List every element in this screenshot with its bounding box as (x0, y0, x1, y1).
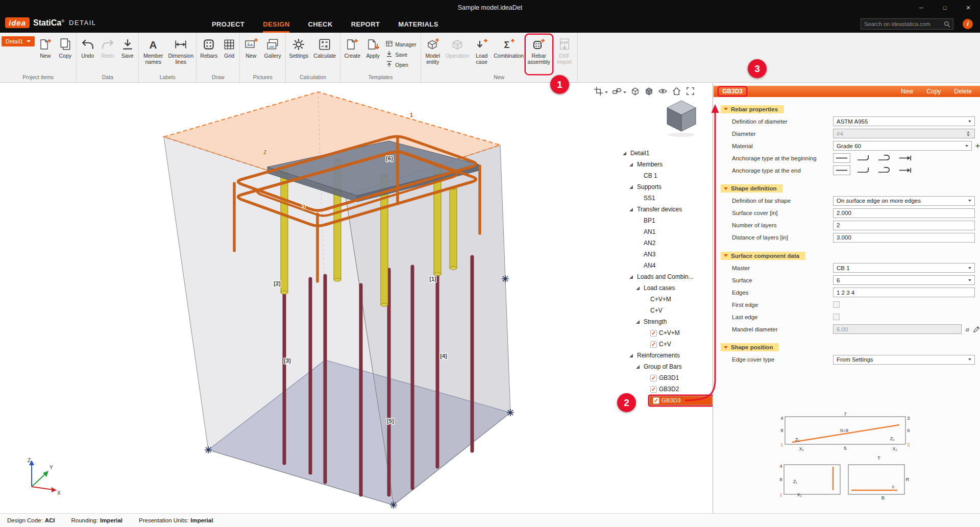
expander-icon[interactable] (636, 286, 642, 290)
checkbox-checked-icon[interactable]: ✓ (650, 386, 657, 393)
search-box[interactable] (861, 18, 953, 30)
tree-item-an1[interactable]: AN1 (622, 226, 713, 237)
save-button[interactable]: Save (118, 35, 137, 74)
section-header-rebar-properties[interactable]: Rebar properties (721, 105, 784, 113)
wire-cube-icon[interactable] (630, 86, 640, 98)
checkbox-checked-icon[interactable]: ✓ (653, 397, 659, 404)
apply-button[interactable]: Apply (363, 35, 382, 74)
tree-item-an2[interactable]: AN2 (622, 237, 713, 249)
tree-item-c-v[interactable]: ✓C+V (622, 339, 713, 350)
link-icon[interactable] (612, 86, 626, 98)
material-select[interactable]: Grade 60 (833, 141, 972, 151)
anchorage-hook-180-icon[interactable] (876, 166, 892, 175)
number-of-layers-input[interactable]: 2 (833, 221, 975, 230)
section-header-surface-component-data[interactable]: Surface component data (721, 252, 805, 260)
tree-item-c-v-m[interactable]: ✓C+V+M (622, 327, 713, 339)
tree-item-gb3d2[interactable]: ✓GB3D2 (622, 384, 713, 395)
combination-button[interactable]: ΣCombination (493, 35, 525, 74)
delete-button[interactable]: Delete (954, 88, 972, 95)
last-edge-checkbox[interactable] (833, 314, 840, 320)
first-edge-checkbox[interactable] (833, 301, 840, 308)
tree-item-reinforcements[interactable]: Reinforcements (622, 350, 713, 361)
distance-of-layers-in-input[interactable]: 3.000 (833, 233, 975, 243)
tree-item-supports[interactable]: Supports (622, 181, 713, 193)
expander-icon[interactable] (629, 208, 635, 211)
gallery-button[interactable]: Gallery (261, 35, 284, 74)
anchorage-straight-icon[interactable] (833, 153, 850, 163)
tree-item-an3[interactable]: AN3 (622, 249, 713, 260)
tab-check[interactable]: CHECK (308, 15, 332, 33)
save-button[interactable]: Save (386, 51, 416, 58)
master-select[interactable]: CB 1 (833, 263, 975, 273)
tab-project[interactable]: PROJECT (212, 15, 244, 33)
tree-item-detail1[interactable]: Detail1 (622, 148, 713, 159)
anchorage-hook-90-icon[interactable] (855, 166, 871, 175)
anchorage-headed-icon[interactable] (897, 166, 913, 175)
expander-icon[interactable] (623, 152, 628, 155)
surface-cover-in-input[interactable]: 2.000 (833, 208, 975, 218)
open-button[interactable]: Open (386, 61, 416, 68)
spinner-arrows-icon[interactable] (965, 129, 971, 138)
anchorage-headed-icon[interactable] (897, 154, 913, 162)
info-icon[interactable]: i (963, 19, 973, 29)
tab-report[interactable]: REPORT (351, 15, 380, 33)
anchorage-hook-90-icon[interactable] (855, 154, 871, 162)
tab-materials[interactable]: MATERIALS (398, 15, 438, 33)
expander-icon[interactable] (636, 365, 642, 369)
tree-item-members[interactable]: Members (622, 159, 713, 170)
solid-cube-icon[interactable] (644, 86, 654, 98)
definition-of-diameter-select[interactable]: ASTM A955 (833, 116, 975, 126)
rebars-button[interactable]: Rebars (198, 35, 219, 74)
calculate-button[interactable]: Calculate (311, 35, 338, 74)
member-names-button[interactable]: AMember names (140, 35, 166, 74)
expander-icon[interactable] (629, 354, 635, 357)
tree-item-ss1[interactable]: SS1 (622, 193, 713, 204)
rebar-assembly-button[interactable]: Rebar assembly (526, 35, 552, 74)
expander-icon[interactable] (636, 320, 642, 324)
new-button[interactable]: New (901, 88, 913, 95)
expander-icon[interactable] (629, 163, 635, 166)
add-material-icon[interactable]: + (975, 142, 980, 150)
expander-icon[interactable] (629, 275, 635, 279)
tree-item-load-cases[interactable]: Load cases (622, 282, 713, 294)
tree-item-loads-and-combin[interactable]: Loads and Combin... (622, 271, 713, 282)
new-button[interactable]: New (36, 35, 55, 74)
tree-item-cb-1[interactable]: CB 1 (622, 170, 713, 181)
tree-item-an4[interactable]: AN4 (622, 260, 713, 271)
edit-pencil-icon[interactable] (973, 326, 980, 333)
maximize-icon[interactable]: □ (933, 0, 957, 15)
tree-item-gb3d1[interactable]: ✓GB3D1 (622, 372, 713, 384)
close-icon[interactable]: ✕ (957, 0, 980, 15)
navigation-cube[interactable] (662, 97, 701, 139)
section-header-shape-definition[interactable]: Shape definition (721, 184, 782, 193)
model-entity-button[interactable]: Model entity (423, 35, 443, 74)
tree-item-bp1[interactable]: BP1 (622, 215, 713, 226)
grid-button[interactable]: Grid (220, 35, 238, 74)
checkbox-checked-icon[interactable]: ✓ (650, 341, 657, 348)
project-item-selector[interactable]: Detail1 (2, 36, 35, 46)
settings-button[interactable]: Settings (287, 35, 310, 74)
edge-cover-type-select[interactable]: From Settings (833, 355, 975, 365)
tab-design[interactable]: DESIGN (263, 15, 289, 33)
search-icon[interactable] (944, 21, 950, 28)
create-button[interactable]: Create (342, 35, 362, 74)
tree-item-strength[interactable]: Strength (622, 316, 713, 327)
tree-item-c-v-m[interactable]: C+V+M (622, 294, 713, 305)
new-button[interactable]: New (241, 35, 260, 74)
crop-section-icon[interactable] (594, 86, 608, 98)
model-3d-scene[interactable]: [1] [2] [3] [4] [5] [6] 1 2 3 (0, 83, 713, 513)
chevron-down-icon[interactable] (623, 91, 626, 93)
expander-icon[interactable] (629, 185, 635, 189)
anchorage-hook-180-icon[interactable] (876, 154, 892, 162)
checkbox-checked-icon[interactable]: ✓ (650, 375, 657, 381)
surface-select[interactable]: 6 (833, 275, 975, 285)
viewport-3d[interactable]: [1] [2] [3] [4] [5] [6] 1 2 3 (0, 83, 713, 513)
definition-of-bar-shape-select[interactable]: On surface edge on more edges (833, 196, 975, 206)
copy-button[interactable]: Copy (926, 88, 941, 95)
minimize-icon[interactable]: ─ (910, 0, 933, 15)
tree-item-transfer-devices[interactable]: Transfer devices (622, 204, 713, 215)
dimension-lines-button[interactable]: Dimension lines (167, 35, 194, 74)
checkbox-checked-icon[interactable]: ✓ (650, 330, 657, 337)
load-case-button[interactable]: Load case (472, 35, 492, 74)
section-header-shape-position[interactable]: Shape position (721, 343, 779, 351)
